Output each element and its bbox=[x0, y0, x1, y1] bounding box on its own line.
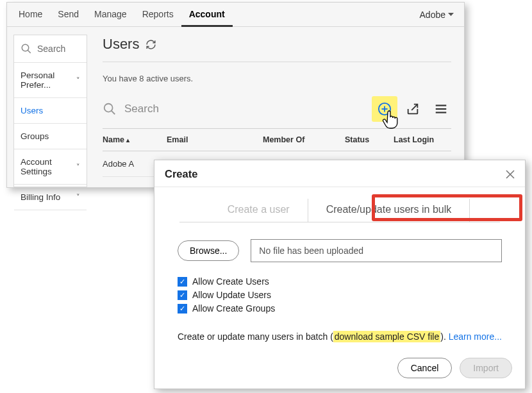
options-group: ✓ Allow Create Users ✓ Allow Update User… bbox=[178, 276, 502, 314]
search-icon bbox=[103, 102, 117, 116]
export-button[interactable] bbox=[403, 99, 423, 119]
sidebar-search-label: Search bbox=[37, 44, 65, 54]
modal-header: Create bbox=[154, 160, 525, 187]
page-title: Users bbox=[103, 36, 139, 53]
sidebar-item-billing[interactable]: Billing Info ˅ bbox=[14, 185, 87, 210]
file-status-field: No file has been uploaded bbox=[251, 239, 502, 262]
chevron-down-icon: ˅ bbox=[76, 163, 80, 171]
sidebar-item-groups[interactable]: Groups bbox=[14, 124, 87, 149]
svg-line-3 bbox=[112, 111, 115, 115]
tab-create-user[interactable]: Create a user bbox=[210, 199, 308, 222]
check-allow-create-groups[interactable]: ✓ Allow Create Groups bbox=[178, 303, 502, 314]
learn-more-link[interactable]: Learn more... bbox=[449, 331, 502, 342]
sidebar-search[interactable]: Search bbox=[14, 35, 87, 63]
nav-send[interactable]: Send bbox=[50, 3, 87, 27]
users-table-header: Name Email Member Of Status Last Login bbox=[103, 128, 451, 151]
column-email[interactable]: Email bbox=[167, 135, 263, 144]
chevron-down-icon: ˅ bbox=[76, 76, 80, 85]
users-toolbar: Search bbox=[103, 99, 451, 119]
add-user-wrap bbox=[374, 99, 395, 119]
check-allow-update-users[interactable]: ✓ Allow Update Users bbox=[178, 290, 502, 300]
nav-manage[interactable]: Manage bbox=[87, 3, 135, 27]
sidebar-item-account-settings[interactable]: Account Settings ˅ bbox=[14, 149, 87, 185]
import-button[interactable]: Import bbox=[460, 358, 512, 378]
refresh-icon[interactable] bbox=[145, 39, 156, 50]
check-label: Allow Create Users bbox=[192, 276, 269, 287]
checkbox-icon[interactable]: ✓ bbox=[178, 290, 187, 300]
users-search[interactable]: Search bbox=[103, 102, 367, 116]
column-status[interactable]: Status bbox=[345, 135, 394, 144]
column-name[interactable]: Name bbox=[103, 135, 167, 144]
sidebar-item-label: Billing Info bbox=[21, 192, 60, 202]
cursor-hand-icon bbox=[382, 110, 399, 130]
hint-pre: Create or update many users in batch ( bbox=[178, 331, 333, 342]
modal-title: Create bbox=[165, 168, 197, 180]
checkbox-icon[interactable]: ✓ bbox=[178, 277, 187, 287]
svg-point-0 bbox=[22, 44, 29, 51]
sidebar-item-label: Users bbox=[21, 106, 43, 115]
caret-down-icon bbox=[448, 13, 454, 17]
create-user-modal: Create Create a user Create/update users… bbox=[154, 160, 526, 389]
brand-menu[interactable]: Adobe bbox=[420, 10, 460, 20]
sidebar-item-label: Personal Prefer... bbox=[21, 71, 76, 90]
users-search-placeholder: Search bbox=[124, 103, 159, 115]
top-nav: Home Send Manage Reports Account Adobe bbox=[7, 3, 464, 27]
modal-footer: Cancel Import bbox=[154, 345, 525, 389]
column-member-of[interactable]: Member Of bbox=[263, 135, 345, 144]
nav-reports[interactable]: Reports bbox=[135, 3, 181, 27]
sidebar: Search Personal Prefer... ˅ Users Groups… bbox=[13, 35, 87, 187]
menu-button[interactable] bbox=[431, 99, 451, 119]
active-user-count: You have 8 active users. bbox=[103, 74, 451, 83]
nav-account[interactable]: Account bbox=[181, 3, 233, 27]
download-sample-link[interactable]: download sample CSV file bbox=[333, 331, 440, 342]
file-upload-row: Browse... No file has been uploaded bbox=[178, 239, 502, 262]
checkbox-icon[interactable]: ✓ bbox=[178, 304, 187, 314]
brand-label: Adobe bbox=[420, 10, 445, 20]
modal-tabs: Create a user Create/update users in bul… bbox=[179, 199, 500, 222]
cancel-button[interactable]: Cancel bbox=[397, 358, 453, 378]
sidebar-item-preferences[interactable]: Personal Prefer... ˅ bbox=[14, 63, 87, 98]
tab-bulk-users[interactable]: Create/update users in bulk bbox=[308, 199, 470, 222]
svg-line-1 bbox=[28, 50, 31, 53]
sidebar-item-users[interactable]: Users bbox=[14, 98, 87, 124]
chevron-down-icon: ˅ bbox=[76, 193, 80, 201]
bulk-hint: Create or update many users in batch (do… bbox=[178, 331, 502, 342]
check-allow-create-users[interactable]: ✓ Allow Create Users bbox=[178, 276, 502, 287]
svg-point-2 bbox=[104, 104, 113, 112]
check-label: Allow Update Users bbox=[192, 290, 271, 300]
column-last-login[interactable]: Last Login bbox=[394, 135, 451, 144]
browse-button[interactable]: Browse... bbox=[178, 240, 239, 261]
search-icon bbox=[21, 43, 32, 54]
nav-home[interactable]: Home bbox=[11, 3, 50, 27]
page-title-row: Users bbox=[103, 36, 451, 62]
check-label: Allow Create Groups bbox=[192, 303, 275, 314]
hint-post: ). bbox=[440, 331, 448, 342]
sidebar-item-label: Account Settings bbox=[21, 157, 76, 176]
sidebar-item-label: Groups bbox=[21, 131, 49, 141]
close-icon[interactable] bbox=[506, 170, 515, 179]
